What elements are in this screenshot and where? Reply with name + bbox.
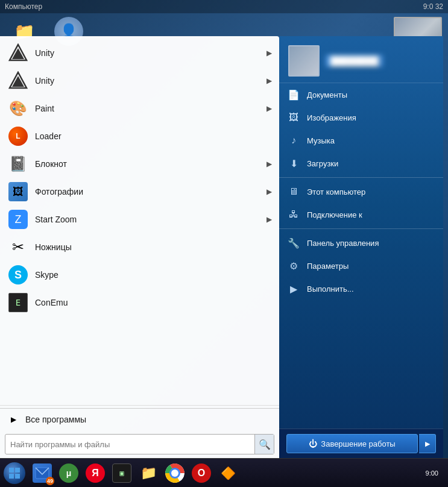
photos-label: Фотографии <box>35 187 267 196</box>
menu-separator-bottom <box>0 405 279 406</box>
right-separator-2 <box>279 228 443 229</box>
conemu-icon: E <box>7 292 29 313</box>
menu-items-list: Unity ▶ Unity ▶ 🎨 <box>0 36 279 403</box>
menu-item-conemu[interactable]: E ConEmu <box>0 289 279 316</box>
documents-icon: 📄 <box>286 87 301 102</box>
taskbar-opera[interactable]: O <box>188 460 215 486</box>
shutdown-label: Завершение работы <box>321 439 395 448</box>
menu-item-paint[interactable]: 🎨 Paint ▶ <box>0 95 279 122</box>
menu-item-photos[interactable]: 🖼 Фотографии ▶ <box>0 178 279 206</box>
svg-point-11 <box>171 470 178 477</box>
taskbar-blender[interactable]: 🔶 <box>215 460 241 486</box>
cmd-icon: ▣ <box>112 463 131 483</box>
shutdown-arrow-button[interactable]: ▶ <box>419 434 436 453</box>
run-icon: ▶ <box>286 281 301 296</box>
right-menu-images[interactable]: 🖼 Изображения <box>279 106 443 129</box>
unity1-icon <box>7 42 29 64</box>
search-submit-button[interactable]: 🔍 <box>254 435 274 454</box>
svg-rect-5 <box>15 468 20 473</box>
unity2-icon <box>7 70 29 92</box>
topbar-time: 9:0 32 <box>423 2 443 11</box>
settings-icon: ⚙ <box>286 259 301 273</box>
right-menu-documents[interactable]: 📄 Документы <box>279 83 443 106</box>
images-label: Изображения <box>307 113 356 122</box>
right-menu-settings[interactable]: ⚙ Параметры <box>279 254 443 277</box>
chrome-icon <box>165 463 185 483</box>
taskbar-yandex[interactable]: Я <box>82 460 109 486</box>
mail-badge: 49 <box>46 477 54 485</box>
downloads-icon: ⬇ <box>286 156 301 171</box>
username-label: ████████ <box>326 55 383 67</box>
menu-item-zoom[interactable]: Z Start Zoom ▶ <box>0 206 279 233</box>
all-programs-arrow-icon: ▶ <box>7 413 19 426</box>
explorer-icon: 📁 <box>139 463 158 483</box>
system-tray: 9:00 <box>421 459 448 487</box>
shutdown-button[interactable]: ⏻ Завершение работы <box>286 434 418 453</box>
taskbar-utorrent[interactable]: μ <box>55 460 82 486</box>
utorrent-icon: μ <box>59 463 78 483</box>
user-avatar <box>288 45 320 77</box>
right-menu-items: 📄 Документы 🖼 Изображения ♪ Музыка ⬇ Заг… <box>279 83 443 429</box>
taskbar-mail[interactable]: 49 <box>29 460 55 486</box>
right-separator-1 <box>279 177 443 178</box>
right-menu-music[interactable]: ♪ Музыка <box>279 129 443 152</box>
music-label: Музыка <box>307 136 335 145</box>
loader-icon: L <box>7 125 29 147</box>
start-button[interactable] <box>0 459 29 488</box>
start-menu: Unity ▶ Unity ▶ 🎨 <box>0 36 443 458</box>
taskbar-explorer[interactable]: 📁 <box>135 460 162 486</box>
topbar-title: Компьютер <box>5 2 42 11</box>
right-menu-computer[interactable]: 🖥 Этот компьютер <box>279 180 443 203</box>
menu-item-scissors[interactable]: ✂ Ножницы <box>0 233 279 261</box>
paint-label: Paint <box>35 104 267 113</box>
start-orb-icon <box>4 462 25 484</box>
right-menu-connect[interactable]: 🖧 Подключение к <box>279 203 443 226</box>
right-menu-downloads[interactable]: ⬇ Загрузки <box>279 152 443 175</box>
connect-icon: 🖧 <box>286 207 301 222</box>
search-input[interactable] <box>5 440 254 449</box>
right-menu-control-panel[interactable]: 🔧 Панель управления <box>279 231 443 254</box>
loader-label: Loader <box>35 131 272 141</box>
svg-rect-6 <box>9 474 14 479</box>
shutdown-icon: ⏻ <box>309 439 317 448</box>
zoom-arrow: ▶ <box>267 215 272 224</box>
taskbar-chrome[interactable] <box>162 460 188 486</box>
notepad-label: Блокнот <box>35 159 267 169</box>
scissors-label: Ножницы <box>35 242 272 252</box>
unity1-label: Unity <box>35 48 267 58</box>
taskbar: 49 μ Я ▣ 📁 <box>0 458 448 487</box>
control-panel-icon: 🔧 <box>286 236 301 250</box>
menu-item-unity2[interactable]: Unity ▶ <box>0 67 279 95</box>
images-icon: 🖼 <box>286 110 301 125</box>
control-panel-label: Панель управления <box>307 239 379 248</box>
right-menu-run[interactable]: ▶ Выполнить... <box>279 277 443 300</box>
unity1-arrow: ▶ <box>267 49 272 57</box>
paint-arrow: ▶ <box>267 104 272 113</box>
paint-icon: 🎨 <box>7 98 29 119</box>
unity2-label: Unity <box>35 76 267 86</box>
downloads-label: Загрузки <box>307 159 338 168</box>
all-programs-row[interactable]: ▶ Все программы <box>0 408 279 430</box>
menu-item-unity1[interactable]: Unity ▶ <box>0 39 279 67</box>
music-icon: ♪ <box>286 133 301 148</box>
photos-arrow: ▶ <box>267 187 272 196</box>
start-menu-left-panel: Unity ▶ Unity ▶ 🎨 <box>0 36 279 458</box>
taskbar-items: 49 μ Я ▣ 📁 <box>29 459 421 487</box>
topbar: Компьютер 9:0 32 <box>0 0 448 13</box>
connect-label: Подключение к <box>307 210 362 219</box>
skype-icon: S <box>7 264 29 286</box>
opera-icon: O <box>192 463 211 483</box>
svg-rect-7 <box>15 474 20 479</box>
documents-label: Документы <box>307 90 347 99</box>
yandex-icon: Я <box>86 463 105 483</box>
menu-item-notepad[interactable]: 📓 Блокнот ▶ <box>0 150 279 178</box>
all-programs-label: Все программы <box>25 415 86 424</box>
notepad-icon: 📓 <box>7 153 29 175</box>
menu-item-skype[interactable]: S Skype <box>0 261 279 289</box>
skype-label: Skype <box>35 270 272 280</box>
taskbar-cmd[interactable]: ▣ <box>109 460 135 486</box>
menu-item-loader[interactable]: L Loader <box>0 122 279 150</box>
zoom-label: Start Zoom <box>35 215 267 224</box>
scissors-icon: ✂ <box>7 236 29 258</box>
computer-label: Этот компьютер <box>307 187 365 196</box>
